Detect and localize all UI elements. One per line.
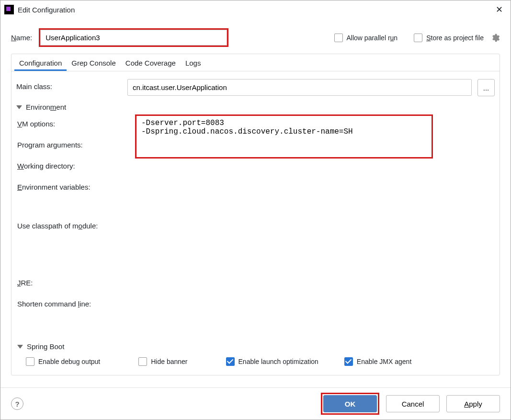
use-classpath-label: Use classpath of module: — [17, 222, 98, 230]
titlebar: Edit Configuration ✕ — [0, 0, 511, 19]
tab-code-coverage[interactable]: Code Coverage — [121, 54, 181, 71]
main-class-row: Main class: ... — [16, 79, 495, 96]
chevron-down-icon — [17, 345, 23, 349]
footer: ? OK Cancel Apply — [0, 387, 511, 420]
enable-jmx-label: Enable JMX agent — [357, 358, 411, 365]
environment-section-label: Environment — [26, 103, 66, 111]
spring-boot-options-row: Enable debug output Hide banner Enable l… — [17, 357, 495, 366]
env-labels: VM options: Program arguments: Working d… — [17, 120, 98, 308]
enable-debug-output-checkbox[interactable]: Enable debug output — [26, 357, 100, 366]
name-input-highlight — [39, 28, 228, 47]
store-as-project-label: Store as project file — [426, 34, 484, 42]
working-directory-label: Working directory: — [17, 162, 98, 170]
checkbox-icon — [138, 357, 147, 366]
enable-debug-label: Enable debug output — [38, 358, 100, 365]
apply-button[interactable]: Apply — [446, 395, 500, 412]
cancel-button[interactable]: Cancel — [386, 395, 440, 412]
enable-launch-optimization-checkbox[interactable]: Enable launch optimization — [226, 357, 318, 366]
name-row: Name: Allow parallel run Store as projec… — [0, 19, 511, 54]
close-icon[interactable]: ✕ — [492, 2, 507, 17]
chevron-down-icon — [16, 105, 22, 109]
help-icon[interactable]: ? — [11, 397, 23, 410]
spring-boot-section: Spring Boot Enable debug output Hide ban… — [17, 340, 495, 366]
main-class-input[interactable] — [127, 79, 472, 96]
checkbox-icon — [414, 34, 422, 42]
name-label: Name: — [11, 34, 32, 42]
allow-parallel-label: Allow parallel run — [347, 34, 398, 42]
jre-label: JRE: — [17, 279, 98, 287]
shorten-command-line-label: Shorten command line: — [17, 300, 98, 308]
spring-boot-header[interactable]: Spring Boot — [17, 342, 495, 351]
vm-options-input[interactable] — [136, 116, 432, 157]
main-class-label: Main class: — [16, 79, 122, 91]
store-as-project-file-checkbox[interactable]: Store as project file — [414, 34, 484, 42]
window-title: Edit Configuration — [18, 6, 75, 14]
environment-variables-label: Environment variables: — [17, 183, 98, 191]
tabs: Configuration Grep Console Code Coverage… — [11, 54, 500, 71]
browse-main-class-button[interactable]: ... — [477, 79, 495, 96]
allow-parallel-run-checkbox[interactable]: Allow parallel run — [334, 34, 398, 42]
vm-options-label: VM options: — [17, 120, 98, 128]
tab-configuration[interactable]: Configuration — [14, 54, 67, 71]
tab-logs[interactable]: Logs — [181, 54, 206, 71]
spring-boot-label: Spring Boot — [27, 342, 64, 351]
checkbox-icon — [226, 357, 235, 366]
checkbox-icon — [344, 357, 353, 366]
tab-grep-console[interactable]: Grep Console — [67, 54, 121, 71]
gear-icon[interactable] — [490, 33, 500, 43]
checkbox-icon — [334, 34, 343, 42]
config-panel: Configuration Grep Console Code Coverage… — [11, 54, 500, 375]
program-arguments-label: Program arguments: — [17, 141, 98, 149]
enable-jmx-agent-checkbox[interactable]: Enable JMX agent — [344, 357, 411, 366]
hide-banner-label: Hide banner — [151, 358, 187, 365]
app-icon — [4, 5, 14, 14]
enable-launch-label: Enable launch optimization — [238, 358, 318, 365]
ok-button-highlight: OK — [321, 393, 379, 415]
config-form: Main class: ... Environment VM options: … — [11, 71, 500, 123]
ok-button[interactable]: OK — [323, 395, 377, 412]
environment-section-header[interactable]: Environment — [16, 103, 495, 111]
checkbox-icon — [26, 357, 34, 366]
vm-options-highlight — [135, 114, 433, 159]
name-input[interactable] — [40, 30, 227, 45]
hide-banner-checkbox[interactable]: Hide banner — [138, 357, 187, 366]
